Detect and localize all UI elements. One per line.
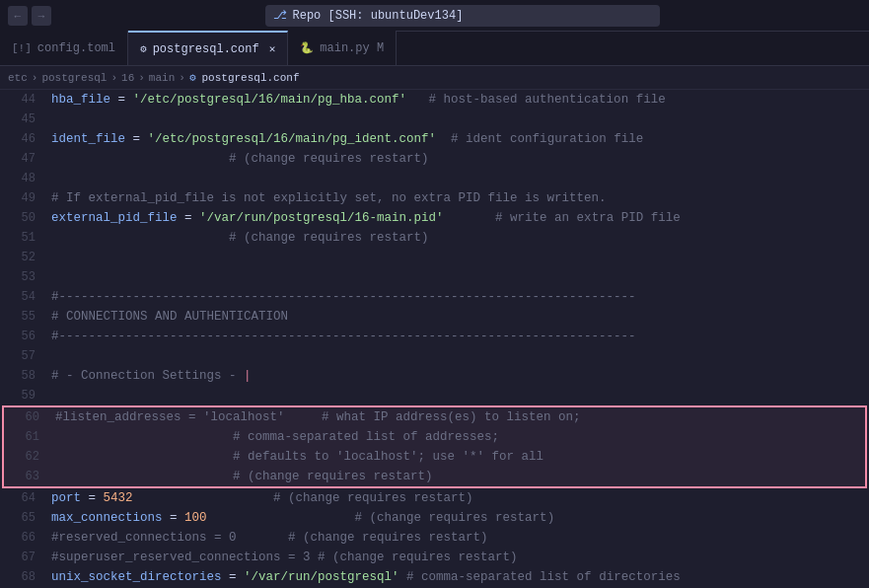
- config-tab-icon: [!]: [12, 42, 32, 54]
- code-line-47: 47 # (change requires restart): [0, 149, 869, 169]
- line-content-60: #listen_addresses = 'localhost' # what I…: [51, 407, 865, 427]
- line-number-53: 53: [0, 267, 47, 287]
- main-py-tab-label: main.py M: [320, 41, 384, 55]
- breadcrumb-postgresql: postgresql: [41, 72, 107, 84]
- code-line-64: 64port = 5432 # (change requires restart…: [0, 488, 869, 508]
- line-number-49: 49: [0, 188, 47, 208]
- line-content-58: # - Connection Settings - |: [47, 366, 869, 386]
- line-content-61: # comma-separated list of addresses;: [51, 427, 865, 447]
- line-number-55: 55: [0, 307, 47, 327]
- forward-button[interactable]: →: [32, 6, 51, 26]
- code-editor[interactable]: 44hba_file = '/etc/postgresql/16/main/pg…: [0, 90, 869, 588]
- sep2: ›: [110, 72, 117, 84]
- line-number-50: 50: [0, 208, 47, 228]
- address-text: Repo [SSH: ubuntuDev134]: [293, 9, 464, 23]
- line-content-66: #reserved_connections = 0 # (change requ…: [47, 528, 869, 548]
- code-line-62: 62 # defaults to 'localhost'; use '*' fo…: [4, 447, 865, 467]
- code-line-45: 45: [0, 110, 869, 129]
- line-number-63: 63: [4, 467, 51, 486]
- line-content-48: [47, 169, 869, 188]
- line-content-63: # (change requires restart): [51, 467, 865, 486]
- code-line-67: 67#superuser_reserved_connections = 3 # …: [0, 548, 869, 567]
- nav-buttons: ← →: [8, 6, 51, 26]
- line-content-55: # CONNECTIONS AND AUTHENTICATION: [47, 307, 869, 327]
- line-content-68: unix_socket_directories = '/var/run/post…: [47, 567, 869, 587]
- line-number-66: 66: [0, 528, 47, 548]
- line-content-65: max_connections = 100 # (change requires…: [47, 508, 869, 528]
- postgresql-tab-label: postgresql.conf: [153, 42, 259, 56]
- code-line-46: 46ident_file = '/etc/postgresql/16/main/…: [0, 129, 869, 149]
- postgresql-tab-close[interactable]: ✕: [269, 42, 276, 55]
- breadcrumb-gear-icon: ⚙: [189, 71, 196, 84]
- tab-main-py[interactable]: 🐍 main.py M: [288, 31, 397, 65]
- code-line-48: 48: [0, 169, 869, 188]
- code-line-61: 61 # comma-separated list of addresses;: [4, 427, 865, 447]
- code-line-52: 52: [0, 248, 869, 267]
- line-number-58: 58: [0, 366, 47, 386]
- line-content-57: [47, 346, 869, 366]
- breadcrumb-file: postgresql.conf: [202, 72, 300, 84]
- line-content-46: ident_file = '/etc/postgresql/16/main/pg…: [47, 129, 869, 149]
- sep4: ›: [179, 72, 185, 84]
- sep3: ›: [138, 72, 145, 84]
- code-line-50: 50external_pid_file = '/var/run/postgres…: [0, 208, 869, 228]
- breadcrumb-main: main: [149, 72, 175, 84]
- line-number-57: 57: [0, 346, 47, 366]
- config-tab-label: config.toml: [37, 41, 115, 55]
- line-number-44: 44: [0, 90, 47, 110]
- line-content-59: [47, 386, 869, 405]
- code-line-58: 58# - Connection Settings - |: [0, 366, 869, 386]
- code-line-65: 65max_connections = 100 # (change requir…: [0, 508, 869, 528]
- code-line-57: 57: [0, 346, 869, 366]
- code-line-55: 55# CONNECTIONS AND AUTHENTICATION: [0, 307, 869, 327]
- line-content-50: external_pid_file = '/var/run/postgresql…: [47, 208, 869, 228]
- code-line-63: 63 # (change requires restart): [4, 467, 865, 486]
- code-line-60: 60#listen_addresses = 'localhost' # what…: [4, 407, 865, 427]
- line-number-60: 60: [4, 407, 51, 427]
- breadcrumb: etc › postgresql › 16 › main › ⚙ postgre…: [0, 66, 869, 90]
- python-tab-icon: 🐍: [300, 41, 314, 54]
- sep1: ›: [32, 72, 38, 84]
- line-number-64: 64: [0, 488, 47, 508]
- code-line-44: 44hba_file = '/etc/postgresql/16/main/pg…: [0, 90, 869, 110]
- line-content-64: port = 5432 # (change requires restart): [47, 488, 869, 508]
- line-content-49: # If external_pid_file is not explicitly…: [47, 188, 869, 208]
- line-content-44: hba_file = '/etc/postgresql/16/main/pg_h…: [47, 90, 869, 110]
- code-line-53: 53: [0, 267, 869, 287]
- back-button[interactable]: ←: [8, 6, 28, 26]
- breadcrumb-16: 16: [121, 72, 134, 84]
- line-number-48: 48: [0, 169, 47, 188]
- code-line-51: 51 # (change requires restart): [0, 228, 869, 248]
- line-content-56: #---------------------------------------…: [47, 327, 869, 346]
- line-content-53: [47, 267, 869, 287]
- line-number-67: 67: [0, 548, 47, 567]
- address-bar: ⎇ Repo [SSH: ubuntuDev134]: [265, 5, 660, 27]
- repo-icon: ⎇: [273, 8, 287, 23]
- line-number-65: 65: [0, 508, 47, 528]
- line-number-52: 52: [0, 248, 47, 267]
- line-number-51: 51: [0, 228, 47, 248]
- tab-config-toml[interactable]: [!] config.toml: [0, 31, 128, 65]
- line-number-47: 47: [0, 149, 47, 169]
- tab-bar: [!] config.toml ⚙ postgresql.conf ✕ 🐍 ma…: [0, 32, 869, 66]
- highlighted-region: 60#listen_addresses = 'localhost' # what…: [2, 405, 867, 488]
- title-bar: ← → ⎇ Repo [SSH: ubuntuDev134]: [0, 0, 869, 32]
- code-line-49: 49# If external_pid_file is not explicit…: [0, 188, 869, 208]
- postgresql-tab-icon: ⚙: [140, 42, 147, 55]
- code-line-66: 66#reserved_connections = 0 # (change re…: [0, 528, 869, 548]
- code-line-54: 54#-------------------------------------…: [0, 287, 869, 307]
- line-content-51: # (change requires restart): [47, 228, 869, 248]
- code-line-56: 56#-------------------------------------…: [0, 327, 869, 346]
- tab-postgresql-conf[interactable]: ⚙ postgresql.conf ✕: [128, 31, 288, 65]
- line-number-68: 68: [0, 567, 47, 587]
- line-content-52: [47, 248, 869, 267]
- line-number-56: 56: [0, 327, 47, 346]
- line-number-46: 46: [0, 129, 47, 149]
- line-number-61: 61: [4, 427, 51, 447]
- line-number-54: 54: [0, 287, 47, 307]
- line-number-59: 59: [0, 386, 47, 405]
- breadcrumb-etc: etc: [8, 72, 28, 84]
- line-number-45: 45: [0, 110, 47, 129]
- code-line-59: 59: [0, 386, 869, 405]
- line-content-45: [47, 110, 869, 129]
